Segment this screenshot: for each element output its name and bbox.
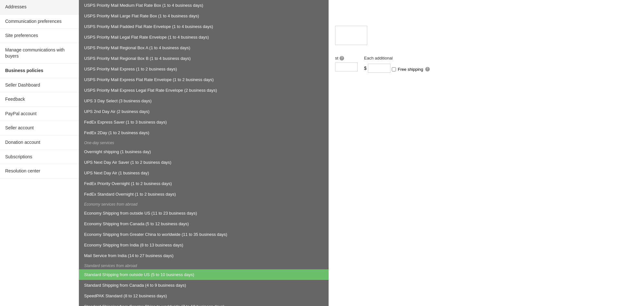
sidebar-item-manage-communications[interactable]: Manage communications with buyers: [0, 43, 79, 64]
each-additional-input[interactable]: [368, 64, 390, 73]
dropdown-item[interactable]: UPS Next Day Air (1 business day): [79, 168, 329, 178]
dropdown-item[interactable]: UPS Next Day Air Saver (1 to 2 business …: [79, 157, 329, 168]
dropdown-item[interactable]: UPS 3 Day Select (3 business days): [79, 96, 329, 106]
dropdown-category: Economy services from abroad: [79, 199, 329, 208]
cost-label: st ?: [335, 56, 358, 60]
dropdown-category: One-day services: [79, 138, 329, 146]
dropdown-item[interactable]: USPS Priority Mail Express (1 to 2 busin…: [79, 64, 329, 74]
free-shipping-info-icon[interactable]: ?: [425, 67, 430, 71]
dropdown-item[interactable]: USPS Priority Mail Express Legal Flat Ra…: [79, 85, 329, 96]
dropdown-item[interactable]: FedEx Standard Overnight (1 to 2 busines…: [79, 189, 329, 199]
sidebar-item-business-policies[interactable]: Business policies: [0, 64, 79, 78]
cost-textarea[interactable]: [335, 26, 367, 45]
dropdown-category: Standard services from abroad: [79, 261, 329, 269]
each-additional-label: Each additional: [364, 56, 430, 60]
dropdown-item[interactable]: UPS 2nd Day Air (2 business days): [79, 106, 329, 117]
shipping-dropdown[interactable]: USPS Priority Mail Medium Flat Rate Box …: [79, 0, 329, 306]
right-panel: st ? Each additional $ Free shipping ?: [329, 0, 644, 79]
dropdown-item[interactable]: Economy Shipping from Greater China to w…: [79, 229, 329, 240]
dropdown-item[interactable]: Overnight shipping (1 business day): [79, 146, 329, 157]
dropdown-item[interactable]: FedEx Express Saver (1 to 3 business day…: [79, 117, 329, 127]
dropdown-item[interactable]: USPS Priority Mail Regional Box A (1 to …: [79, 42, 329, 53]
sidebar-item-seller-account[interactable]: Seller account: [0, 121, 79, 135]
dropdown-item[interactable]: Economy Shipping from India (8 to 13 bus…: [79, 240, 329, 250]
dropdown-item[interactable]: USPS Priority Mail Medium Flat Rate Box …: [79, 0, 329, 11]
sidebar-item-subscriptions[interactable]: Subscriptions: [0, 150, 79, 164]
dropdown-item[interactable]: Economy Shipping from Canada (5 to 12 bu…: [79, 218, 329, 229]
sidebar-item-paypal-account[interactable]: PayPal account: [0, 107, 79, 121]
dropdown-item[interactable]: Standard Shipping from Canada (4 to 9 bu…: [79, 280, 329, 291]
cost-input[interactable]: [335, 62, 358, 71]
dropdown-item[interactable]: Mail Service from India (14 to 27 busine…: [79, 250, 329, 261]
sidebar-item-seller-dashboard[interactable]: Seller Dashboard: [0, 78, 79, 93]
dropdown-item[interactable]: FedEx 2Day (1 to 2 business days): [79, 127, 329, 138]
dropdown-item[interactable]: USPS Priority Mail Large Flat Rate Box (…: [79, 11, 329, 21]
free-shipping-label: Free shipping: [398, 67, 423, 72]
sidebar-item-feedback[interactable]: Feedback: [0, 92, 79, 107]
dropdown-item[interactable]: SpeedPAK Standard (8 to 12 business days…: [79, 291, 329, 301]
sidebar: AddressesCommunication preferencesSite p…: [0, 0, 79, 306]
sidebar-item-site-preferences[interactable]: Site preferences: [0, 29, 79, 43]
sidebar-item-communication-preferences[interactable]: Communication preferences: [0, 14, 79, 29]
dropdown-item[interactable]: Standard Shipping from Greater China to …: [79, 301, 329, 306]
dropdown-item[interactable]: Economy Shipping from outside US (11 to …: [79, 208, 329, 218]
dropdown-item[interactable]: USPS Priority Mail Padded Flat Rate Enve…: [79, 21, 329, 32]
dropdown-item[interactable]: USPS Priority Mail Express Flat Rate Env…: [79, 74, 329, 85]
cost-info-icon[interactable]: ?: [340, 56, 344, 60]
dropdown-item[interactable]: USPS Priority Mail Legal Flat Rate Envel…: [79, 32, 329, 42]
dropdown-item[interactable]: FedEx Priority Overnight (1 to 2 busines…: [79, 178, 329, 189]
sidebar-item-addresses[interactable]: Addresses: [0, 0, 79, 14]
dropdown-item[interactable]: Standard Shipping from outside US (5 to …: [79, 269, 329, 280]
sidebar-item-donation-account[interactable]: Donation account: [0, 135, 79, 150]
main-content: USPS Priority Mail Medium Flat Rate Box …: [79, 0, 644, 306]
sidebar-item-resolution-center[interactable]: Resolution center: [0, 164, 79, 179]
dollar-sign: $: [364, 66, 367, 71]
free-shipping-checkbox[interactable]: [392, 67, 396, 71]
dropdown-item[interactable]: USPS Priority Mail Regional Box B (1 to …: [79, 53, 329, 64]
